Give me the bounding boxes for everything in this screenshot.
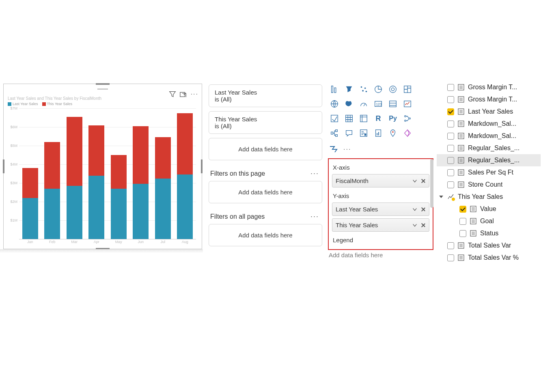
treemap-icon[interactable] [401, 83, 414, 96]
kpi-icon[interactable] [401, 97, 414, 110]
field-last-year-sales[interactable]: Last Year Sales [437, 106, 541, 118]
paginated-report-icon[interactable] [372, 127, 385, 140]
get-more-visuals-icon[interactable]: ··· [343, 146, 352, 153]
yaxis-field-pill-1[interactable]: Last Year Sales [332, 202, 429, 216]
field-this-year-sales[interactable]: This Year Sales [437, 191, 541, 203]
chart-visual[interactable]: ··· Last Year Sales and This Year Sales … [3, 84, 202, 249]
checkbox[interactable] [447, 133, 454, 140]
bar-segment-last-year[interactable] [177, 174, 193, 239]
checkbox[interactable] [459, 206, 466, 213]
field-total-sales-var[interactable]: Total Sales Var [437, 239, 541, 252]
decomposition-tree-icon[interactable] [328, 127, 341, 140]
key-influencers-icon[interactable] [401, 112, 414, 125]
map-icon[interactable] [328, 97, 341, 110]
collapse-icon[interactable] [438, 196, 444, 198]
field-total-sales-var-pct[interactable]: Total Sales Var % [437, 252, 541, 264]
checkbox[interactable] [447, 145, 454, 152]
bar-segment-this-year[interactable] [133, 126, 149, 184]
checkbox[interactable] [447, 242, 454, 249]
more-options-icon[interactable]: ··· [190, 90, 199, 98]
field-markdown-sales-1[interactable]: Markdown_Sal... [437, 118, 541, 130]
scatter-icon[interactable] [357, 83, 370, 96]
chevron-down-icon[interactable] [412, 222, 418, 228]
checkbox[interactable] [447, 157, 454, 164]
field-markdown-sales-2[interactable]: Markdown_Sal... [437, 130, 541, 142]
card-icon[interactable]: 123 [372, 97, 385, 110]
remove-icon[interactable] [421, 223, 426, 228]
field-value[interactable]: Value [437, 203, 541, 215]
bar-segment-last-year[interactable] [133, 184, 149, 239]
multirow-card-icon[interactable] [386, 97, 399, 110]
wells-scrollbar[interactable] [430, 159, 433, 208]
resize-handle-left[interactable] [3, 159, 4, 173]
bar-segment-this-year[interactable] [111, 155, 127, 189]
filled-map-icon[interactable] [343, 97, 356, 110]
filter-dropzone-all[interactable]: Add data fields here [209, 224, 322, 246]
legend-dropzone[interactable]: Add data fields here [328, 250, 433, 258]
filter-card-this-year-sales[interactable]: This Year Sales is (All) [209, 111, 322, 134]
more-icon[interactable]: ··· [310, 169, 320, 178]
table-icon[interactable] [343, 112, 356, 125]
bar-segment-last-year[interactable] [44, 189, 60, 239]
checkbox[interactable] [447, 96, 454, 103]
gauge-icon[interactable] [357, 97, 370, 110]
smart-narrative-icon[interactable] [357, 127, 370, 140]
field-gross-margin-2[interactable]: Gross Margin T... [437, 93, 541, 106]
focus-mode-icon[interactable] [179, 90, 187, 98]
chevron-down-icon[interactable] [412, 207, 418, 212]
bar-segment-last-year[interactable] [22, 198, 38, 239]
field-gross-margin-1[interactable]: Gross Margin T... [437, 81, 541, 93]
checkbox[interactable] [447, 84, 454, 91]
powerapps-icon[interactable] [401, 127, 414, 140]
checkbox[interactable] [447, 181, 454, 188]
field-regular-sales-1[interactable]: Regular_Sales_... [437, 142, 541, 154]
slicer-icon[interactable] [328, 112, 341, 125]
checkbox[interactable] [447, 108, 454, 115]
checkbox[interactable] [459, 230, 466, 237]
field-store-count[interactable]: Store Count [437, 179, 541, 191]
x-tick-label: May [108, 240, 130, 244]
filter-card-last-year-sales[interactable]: Last Year Sales is (All) [209, 84, 322, 107]
field-regular-sales-2[interactable]: Regular_Sales_... [437, 154, 541, 166]
clustered-bar-icon[interactable] [328, 83, 341, 96]
bar-segment-last-year[interactable] [155, 179, 171, 239]
checkbox[interactable] [447, 121, 454, 127]
power-automate-icon[interactable] [329, 144, 338, 154]
r-visual-icon[interactable]: R [372, 112, 385, 125]
yaxis-field-pill-2[interactable]: This Year Sales [332, 218, 429, 232]
field-sales-per-sqft[interactable]: Sales Per Sq Ft [437, 166, 541, 179]
qa-visual-icon[interactable] [343, 127, 356, 140]
filter-dropzone-page[interactable]: Add data fields here [209, 181, 322, 203]
legend-swatch-red [42, 102, 46, 106]
remove-icon[interactable] [421, 179, 426, 183]
remove-icon[interactable] [421, 207, 426, 212]
bar-segment-this-year[interactable] [155, 137, 171, 178]
bar-segment-last-year[interactable] [88, 176, 104, 239]
bar-segment-last-year[interactable] [67, 186, 82, 239]
checkbox[interactable] [447, 169, 454, 176]
filter-icon[interactable] [169, 90, 176, 98]
funnel-icon[interactable] [343, 83, 356, 96]
xaxis-field-pill[interactable]: FiscalMonth [332, 174, 429, 187]
checkbox[interactable] [459, 218, 466, 225]
field-status[interactable]: Status [437, 227, 541, 239]
bar-segment-this-year[interactable] [67, 117, 82, 186]
field-goal[interactable]: Goal [437, 215, 541, 227]
bar-segment-this-year[interactable] [22, 168, 38, 198]
drag-grip-icon[interactable] [97, 88, 108, 90]
arcgis-icon[interactable] [386, 127, 399, 140]
matrix-icon[interactable] [357, 112, 370, 125]
bar-segment-this-year[interactable] [177, 113, 193, 175]
pie-icon[interactable] [372, 83, 385, 96]
resize-handle-right[interactable] [201, 159, 203, 173]
filter-dropzone-visual[interactable]: Add data fields here [209, 138, 322, 160]
chart-plot-area: $7M$6M$5M$4M$3M$2M$1M [19, 108, 196, 239]
python-visual-icon[interactable]: Py [386, 112, 399, 125]
donut-icon[interactable] [386, 83, 399, 96]
checkbox[interactable] [447, 254, 454, 261]
bar-segment-this-year[interactable] [88, 125, 104, 176]
more-icon[interactable]: ··· [310, 212, 320, 221]
bar-segment-last-year[interactable] [111, 189, 127, 239]
bar-segment-this-year[interactable] [44, 142, 60, 189]
chevron-down-icon[interactable] [412, 178, 418, 184]
